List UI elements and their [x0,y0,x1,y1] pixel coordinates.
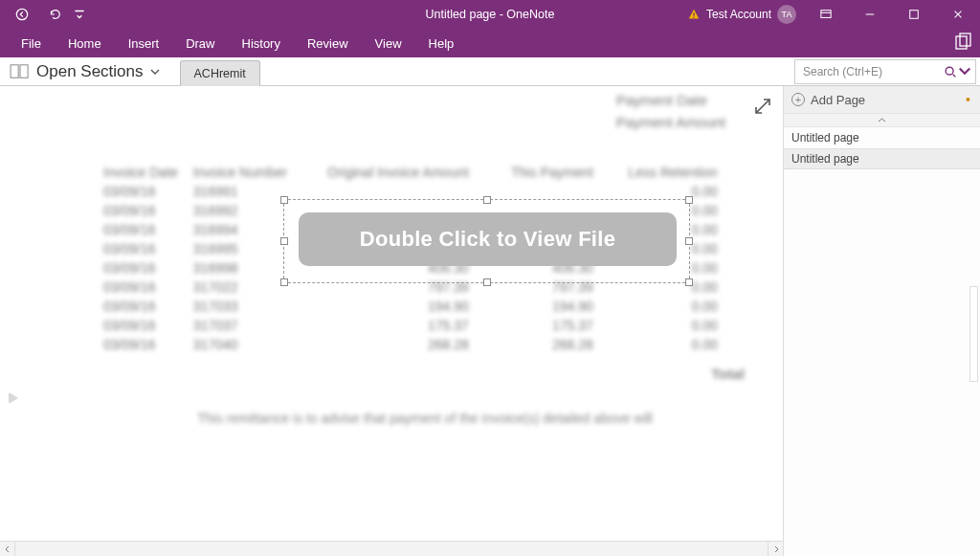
page-list-pane: + Add Page • Untitled page Untitled page [784,86,980,556]
add-page-label: Add Page [811,93,865,107]
warning-icon [687,8,701,21]
search-placeholder: Search (Ctrl+E) [803,65,882,78]
resize-handle-nw[interactable] [280,196,288,204]
svg-point-9 [946,67,953,75]
section-bar: Open Sections ACHremit Search (Ctrl+E) [0,57,980,86]
account-area[interactable]: Test Account TA [679,5,804,24]
plus-icon: + [791,93,805,106]
svg-rect-4 [910,11,919,19]
search-icon[interactable] [944,65,971,78]
overlay-instruction: Double Click to View File [299,212,677,266]
expand-icon[interactable] [752,96,773,117]
scroll-left-button[interactable] [0,542,15,556]
notebook-icon [10,63,31,80]
undo-button[interactable] [38,0,71,29]
resize-handle-w[interactable] [280,237,288,245]
share-icon[interactable] [953,33,972,52]
notebook-dropdown[interactable]: Open Sections [0,57,170,85]
maximize-button[interactable] [892,0,936,29]
resize-handle-n[interactable] [483,196,491,204]
search-input[interactable]: Search (Ctrl+E) [794,59,976,84]
chevron-down-icon [149,66,161,78]
add-page-button[interactable]: + Add Page • [784,86,980,113]
tab-home[interactable]: Home [55,29,115,57]
resize-handle-se[interactable] [685,278,693,286]
tab-insert[interactable]: Insert [115,29,173,57]
qat-customize[interactable] [71,0,88,29]
page-canvas[interactable]: Payment Date Payment Amount Invoice Date… [0,86,783,541]
tab-help[interactable]: Help [415,29,468,57]
resize-handle-s[interactable] [483,278,491,286]
notebook-label: Open Sections [36,62,144,81]
tab-draw[interactable]: Draw [172,29,228,57]
page-item[interactable]: Untitled page [784,127,980,148]
resize-handle-ne[interactable] [685,196,693,204]
tab-view[interactable]: View [362,29,415,57]
ribbon-display-options[interactable] [804,0,848,29]
scroll-track[interactable] [15,542,768,556]
svg-rect-8 [20,64,28,78]
close-button[interactable] [936,0,980,29]
ribbon: File Home Insert Draw History Review Vie… [0,29,980,57]
vertical-scrollbar[interactable] [969,286,978,382]
svg-rect-6 [960,33,970,46]
resize-handle-sw[interactable] [280,278,288,286]
avatar: TA [777,5,796,24]
tab-file[interactable]: File [8,29,55,57]
unsaved-indicator-icon: • [966,92,970,107]
svg-rect-1 [693,12,694,16]
tab-history[interactable]: History [229,29,294,57]
back-button[interactable] [6,0,38,29]
horizontal-scrollbar[interactable] [0,541,783,556]
svg-rect-2 [693,17,694,18]
svg-rect-7 [11,64,18,78]
scroll-right-button[interactable] [768,542,783,556]
page-canvas-wrap: Payment Date Payment Amount Invoice Date… [0,86,784,556]
section-tab-achremit[interactable]: ACHremit [180,60,260,86]
svg-rect-3 [821,11,831,18]
title-bar: Untitled page - OneNote Test Account TA [0,0,980,29]
resize-handle-e[interactable] [685,237,693,245]
tab-review[interactable]: Review [294,29,362,57]
page-item[interactable]: Untitled page [784,148,980,169]
svg-point-0 [16,9,27,19]
svg-rect-5 [956,36,967,49]
account-label: Test Account [706,8,771,21]
scroll-up-button[interactable] [784,114,980,127]
minimize-button[interactable] [848,0,892,29]
